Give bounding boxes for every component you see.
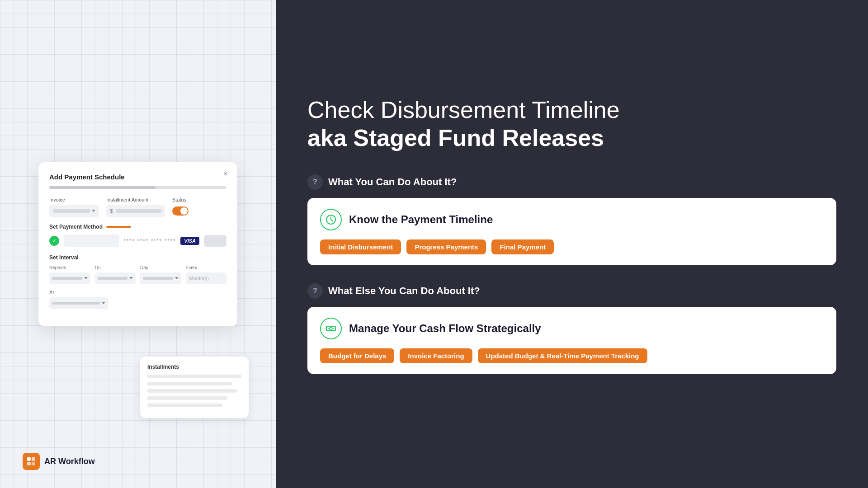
section1-card-header: Know the Payment Timeline: [320, 209, 824, 230]
invoice-select[interactable]: [49, 205, 99, 217]
installment-row-2: [147, 382, 232, 385]
at-label: At: [49, 290, 108, 295]
tag-final-payment[interactable]: Final Payment: [491, 239, 554, 254]
progress-bar: [49, 186, 226, 189]
installments-title: Installments: [147, 364, 241, 370]
payment-schedule-modal: Add Payment Schedule × Invoice Installme…: [38, 162, 237, 326]
every-label: Every: [186, 265, 227, 270]
installment-row-1: [147, 375, 241, 378]
day-col: Day: [140, 265, 181, 284]
invoice-field: Invoice: [49, 197, 99, 217]
on-chevron-icon: [129, 277, 133, 279]
at-select[interactable]: [49, 297, 108, 309]
hero-title-line2: aka Staged Fund Releases: [307, 125, 604, 151]
status-toggle[interactable]: [172, 205, 189, 217]
card-number-input[interactable]: [64, 235, 119, 247]
question-icon-2: ?: [307, 283, 323, 299]
card-action-button[interactable]: [204, 235, 226, 247]
section1-card-title: Know the Payment Timeline: [349, 213, 493, 226]
section2-tags-row: Budget for Delays Invoice Factoring Upda…: [320, 348, 824, 363]
tag-initial-disbursement[interactable]: Initial Disbursement: [320, 239, 401, 254]
tag-invoice-factoring[interactable]: Invoice Factoring: [400, 348, 472, 363]
brand-logo: AR Workflow: [23, 453, 95, 470]
at-row: At: [49, 290, 226, 309]
modal-close-button[interactable]: ×: [221, 169, 230, 178]
right-panel: Check Disbursement Timeline aka Staged F…: [276, 0, 868, 488]
orange-bar: [106, 226, 131, 228]
section2-question: ? What Else You Can Do About It?: [307, 283, 836, 299]
installment-row-3: [147, 389, 237, 393]
on-select[interactable]: [95, 272, 136, 284]
hero-title: Check Disbursement Timeline aka Staged F…: [307, 96, 836, 152]
repeats-label: Repeats: [49, 265, 90, 270]
chevron-down-icon: [92, 210, 95, 212]
svg-rect-2: [27, 462, 31, 465]
set-interval-label: Set Interval: [49, 254, 79, 261]
status-field: Status: [172, 197, 189, 217]
installment-amount-label: Installment Amount: [106, 197, 165, 202]
tag-budget-delays[interactable]: Budget for Delays: [320, 348, 394, 363]
on-col: On: [95, 265, 136, 284]
set-interval-section: Set Interval: [49, 254, 226, 261]
set-payment-method-section: Set Payment Method: [49, 224, 226, 230]
left-panel: Add Payment Schedule × Invoice Installme…: [0, 0, 276, 488]
day-chevron-icon: [175, 277, 179, 279]
day-select[interactable]: [140, 272, 181, 284]
section1-question-text: What You Can Do About It?: [328, 176, 457, 188]
invoice-row: Invoice Installment Amount $ Status: [49, 197, 226, 217]
svg-rect-0: [27, 457, 31, 461]
section1-question: ? What You Can Do About It?: [307, 174, 836, 190]
section2-card-title: Manage Your Cash Flow Strategically: [349, 322, 541, 335]
at-chevron-icon: [102, 302, 105, 304]
brand-name: AR Workflow: [44, 457, 95, 466]
section2-card-header: Manage Your Cash Flow Strategically: [320, 318, 824, 339]
repeats-select[interactable]: [49, 272, 90, 284]
section1-tags-row: Initial Disbursement Progress Payments F…: [320, 239, 824, 254]
every-col: Every Month(s): [186, 265, 227, 284]
every-input[interactable]: Month(s): [186, 272, 227, 284]
svg-rect-1: [32, 457, 35, 461]
svg-line-6: [331, 220, 333, 221]
clock-icon-circle: [320, 209, 342, 230]
svg-point-8: [330, 327, 332, 330]
on-label: On: [95, 265, 136, 270]
section2-card: Manage Your Cash Flow Strategically Budg…: [307, 307, 836, 374]
months-placeholder: Month(s): [189, 276, 209, 281]
visa-badge: VISA: [180, 237, 199, 245]
tag-progress-payments[interactable]: Progress Payments: [406, 239, 486, 254]
interval-grid: Repeats On Day: [49, 265, 226, 284]
invoice-label: Invoice: [49, 197, 99, 202]
hero-title-line1: Check Disbursement Timeline: [307, 97, 620, 123]
status-label: Status: [172, 197, 189, 202]
dollar-sign: $: [110, 208, 113, 214]
section2-question-text: What Else You Can Do About It?: [328, 285, 480, 297]
tag-updated-budget[interactable]: Updated Budget & Real-Time Payment Track…: [478, 348, 647, 363]
installment-row-4: [147, 396, 227, 400]
modal-title: Add Payment Schedule: [49, 173, 226, 181]
cash-icon-circle: [320, 318, 342, 339]
day-label: Day: [140, 265, 181, 270]
repeats-col: Repeats: [49, 265, 90, 284]
svg-rect-3: [32, 462, 35, 465]
payment-method-row: ✓ **** **** **** **** VISA: [49, 235, 226, 247]
installments-card: Installments: [140, 357, 249, 418]
question-icon-1: ?: [307, 174, 323, 190]
installment-amount-field: Installment Amount $: [106, 197, 165, 217]
installment-amount-input[interactable]: $: [106, 205, 165, 217]
section1-card: Know the Payment Timeline Initial Disbur…: [307, 198, 836, 265]
installment-row-5: [147, 404, 222, 407]
brand-icon: [23, 453, 40, 470]
set-payment-method-label: Set Payment Method: [49, 224, 103, 230]
at-field: At: [49, 290, 108, 309]
check-circle-icon: ✓: [49, 236, 59, 246]
card-dots: **** **** **** ****: [124, 238, 176, 244]
repeats-chevron-icon: [84, 277, 88, 279]
